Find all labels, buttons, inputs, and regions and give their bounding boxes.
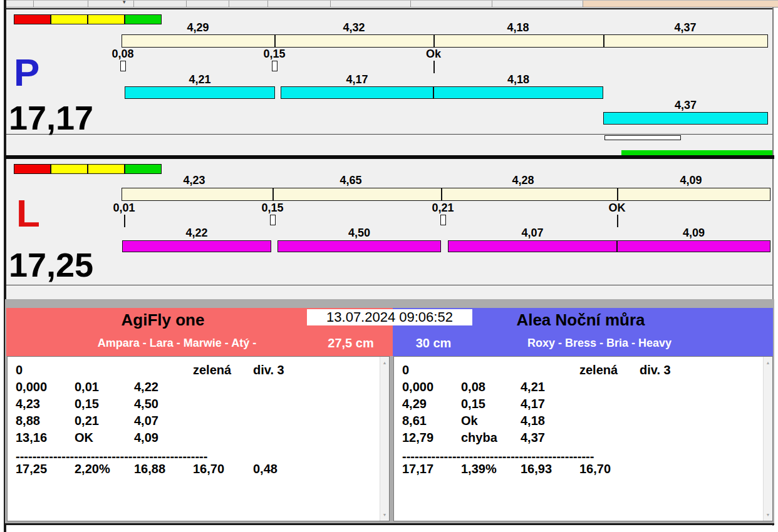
sector-time-label: 4,09 (663, 174, 719, 187)
top-strip-divider (492, 1, 492, 7)
result-cell: 0,21 (75, 414, 99, 428)
sector-time-label: 4,23 (166, 174, 222, 187)
gate-tick-label: Ok (405, 48, 462, 61)
result-cell: 0,15 (75, 397, 99, 411)
sector-time-label: 4,28 (495, 174, 551, 187)
result-cell: Ok (461, 414, 478, 428)
split-bar-segment (433, 86, 603, 99)
total-cell: 17,17 (402, 462, 433, 476)
split-time-label: 4,17 (329, 73, 385, 86)
lane-panel-left-dog: 4,234,654,284,090,010,150,21OK4,224,504,… (6, 159, 772, 299)
sector-time-label: 4,65 (323, 174, 379, 187)
traffic-light-cell (88, 14, 125, 24)
split-bar-segment (122, 240, 271, 252)
sector-time-label: 4,29 (170, 21, 226, 34)
total-cell: 17,25 (16, 462, 47, 476)
split-time-label: 4,22 (169, 227, 225, 240)
split-bar-segment (448, 240, 617, 252)
lane-chart-l: 4,234,654,284,090,010,150,21OK4,224,504,… (6, 159, 772, 299)
datetime-display: 13.07.2024 09:06:52 (307, 309, 472, 325)
result-cell: 0,000 (402, 380, 433, 394)
category-badge-right: 30 cm (399, 336, 468, 350)
lane-baseline (6, 285, 772, 285)
top-strip-divider (33, 1, 34, 7)
total-cell: 16,93 (521, 462, 552, 476)
split-bar-segment (281, 86, 433, 99)
sector-bar-divider (433, 35, 435, 47)
sector-time-label: 4,18 (490, 21, 546, 34)
total-cell: 2,20% (75, 462, 110, 476)
dropdown-arrow-icon: ▾ (123, 0, 126, 5)
lane-panel-right-dog: 4,294,324,184,370,080,15Ok4,214,174,184,… (6, 8, 772, 155)
total-cell: 16,70 (193, 462, 224, 476)
gate-tick-box (272, 61, 277, 71)
scoreboard-region: AgiFly one Ampara - Lara - Marwie - Atý … (5, 299, 774, 524)
results-table-right: 0zelenádiv. 30,0000,084,214,290,154,178,… (394, 357, 762, 521)
scrollbar-right[interactable]: ▲ ▼ (763, 357, 772, 521)
result-cell: 4,23 (16, 397, 40, 411)
gate-tick-label: 0,15 (246, 48, 303, 61)
team-members-left: Ampara - Lara - Marwie - Atý - (6, 337, 348, 350)
sector-bar-divider (441, 188, 442, 200)
scrollbar-left[interactable]: ▲ ▼ (380, 357, 389, 521)
sector-time-label: 4,32 (326, 21, 382, 34)
total-cell: 16,70 (579, 462, 611, 476)
result-cell: zelená (579, 363, 618, 377)
sector-bar (122, 188, 770, 201)
result-cell: 0 (402, 363, 409, 377)
result-cell: 4,18 (521, 414, 545, 428)
split-time-label: 4,18 (490, 73, 547, 86)
gate-tick-box (120, 61, 126, 71)
lane-total-time-p: 17,17 (9, 101, 93, 135)
split-time-label: 4,50 (331, 227, 388, 240)
result-cell: chyba (461, 431, 497, 445)
split-time-label: 4,37 (658, 99, 714, 112)
traffic-light-cell (14, 14, 51, 24)
results-table-left: 0zelenádiv. 30,0000,014,224,230,154,508,… (8, 357, 379, 521)
traffic-light-cell (51, 164, 88, 174)
result-cell: 4,22 (134, 380, 158, 394)
result-cell: 0,01 (75, 380, 99, 394)
sector-time-label: 4,37 (657, 21, 713, 34)
gate-tick-label: 0,01 (96, 202, 152, 215)
scroll-down-arrow[interactable]: ▼ (380, 513, 389, 517)
gate-tick-box (440, 215, 446, 225)
split-bar-segment (603, 112, 768, 125)
top-strip-divider (410, 1, 411, 7)
scroll-down-arrow[interactable]: ▼ (764, 513, 772, 517)
top-strip-divider (88, 1, 88, 7)
lane-letter-l: L (16, 194, 40, 233)
top-strip-divider (267, 1, 268, 7)
results-textarea-left[interactable]: 0zelenádiv. 30,0000,014,224,230,154,508,… (7, 356, 390, 521)
results-textarea-right[interactable]: 0zelenádiv. 30,0000,084,214,290,154,178,… (393, 356, 773, 521)
split-bar-segment (277, 240, 441, 252)
result-cell: 8,88 (16, 414, 40, 428)
split-bar-segment (617, 240, 770, 252)
top-strip-divider (133, 1, 134, 7)
result-cell: 4,07 (134, 414, 158, 428)
gate-tick-line (617, 215, 618, 227)
result-cell: 0 (16, 363, 23, 377)
result-cell: 0,000 (16, 380, 47, 394)
team-title-left: AgiFly one (6, 310, 319, 330)
traffic-light-cell (125, 14, 162, 24)
total-cell: 16,88 (134, 462, 165, 476)
result-cell: 8,61 (402, 414, 427, 428)
traffic-light-cell (125, 164, 162, 174)
result-cell: 13,16 (16, 431, 47, 445)
scroll-up-arrow[interactable]: ▲ (380, 361, 389, 365)
lane-letter-p: P (14, 53, 39, 92)
lane-extra-outline (604, 135, 681, 140)
result-cell: 4,50 (134, 397, 158, 411)
total-cell: 0,48 (253, 462, 277, 476)
scroll-up-arrow[interactable]: ▲ (764, 361, 772, 365)
top-strip: ▾ (6, 0, 778, 8)
lane-baseline (6, 134, 772, 135)
result-cell: 4,21 (521, 380, 545, 394)
split-time-label: 4,07 (504, 227, 561, 240)
sector-bar-divider (603, 35, 604, 47)
gate-tick-box (270, 215, 276, 225)
top-strip-divider (186, 1, 187, 7)
result-cell: 4,37 (521, 431, 545, 445)
lane-chart-p: 4,294,324,184,370,080,15Ok4,214,174,184,… (6, 9, 772, 155)
